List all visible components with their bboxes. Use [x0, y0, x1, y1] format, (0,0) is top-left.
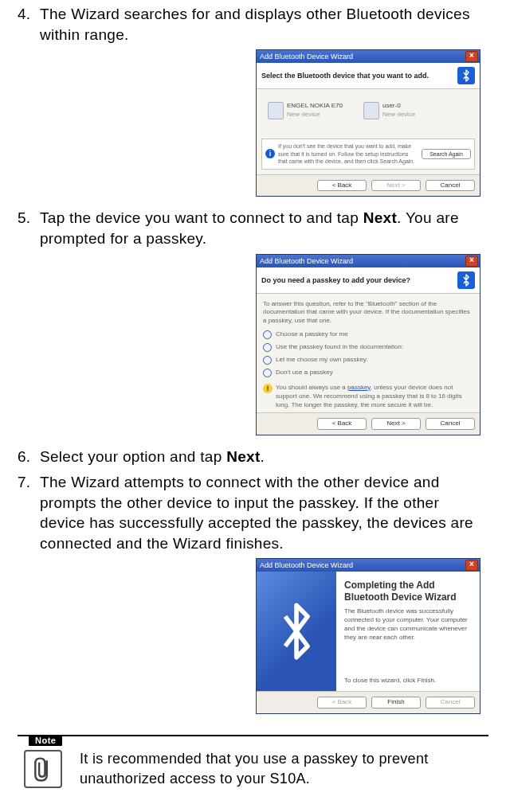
info-text: If you don't see the device that you wan… [278, 142, 418, 165]
warning-icon: ! [263, 384, 273, 393]
step-6: 6. Select your option and tap Next. [18, 447, 488, 467]
title: Add Bluetooth Device Wizard [260, 255, 353, 267]
info-panel: i If you don't see the device that you w… [261, 139, 475, 169]
next-button[interactable]: Next > [371, 418, 421, 430]
figure-1: Add Bluetooth Device Wizard × Select the… [18, 49, 481, 197]
bluetooth-icon [457, 271, 475, 289]
note-label: Note [29, 735, 62, 746]
radio-own-passkey[interactable]: Let me choose my own passkey: [263, 356, 473, 365]
paperclip-icon [24, 750, 62, 788]
next-button[interactable]: Next > [371, 180, 421, 192]
finish-button[interactable]: Finish [371, 697, 421, 709]
device-sub: New device [287, 111, 320, 118]
close-icon[interactable]: × [465, 51, 478, 62]
device-sub: New device [382, 111, 415, 118]
figure-3: Add Bluetooth Device Wizard × Completing… [18, 558, 481, 714]
titlebar: Add Bluetooth Device Wizard × [257, 559, 480, 572]
cancel-button[interactable]: Cancel [426, 180, 475, 192]
device-item[interactable]: user-0 New device [363, 102, 415, 119]
dialog-passkey: Add Bluetooth Device Wizard × Do you nee… [256, 254, 481, 436]
completion-msg: The Bluetooth device was successfully co… [344, 607, 472, 642]
device-name: ENGEL NOKIA E70 [287, 102, 343, 109]
close-icon[interactable]: × [465, 256, 478, 267]
step-text: The Wizard attempts to connect with the … [40, 472, 488, 554]
completion-heading: Completing the Add Bluetooth Device Wiza… [344, 580, 472, 603]
close-icon[interactable]: × [465, 560, 478, 571]
step-7: 7. The Wizard attempts to connect with t… [18, 472, 488, 554]
figure-2: Add Bluetooth Device Wizard × Do you nee… [18, 254, 481, 436]
dialog-select-device: Add Bluetooth Device Wizard × Select the… [256, 49, 481, 197]
passkey-link[interactable]: passkey [347, 384, 371, 391]
dialog-heading: Do you need a passkey to add your device… [261, 275, 410, 285]
back-button[interactable]: < Back [317, 180, 367, 192]
radio-doc-passkey[interactable]: Use the passkey found in the documentati… [263, 343, 473, 352]
step-num: 5. [18, 208, 40, 248]
button-bar: < Back Finish Cancel [257, 691, 480, 713]
titlebar: Add Bluetooth Device Wizard × [257, 50, 480, 63]
cancel-button[interactable]: Cancel [426, 418, 475, 430]
dialog-heading: Select the Bluetooth device that you wan… [261, 71, 429, 80]
radio-no-passkey[interactable]: Don't use a passkey [263, 369, 473, 377]
back-button[interactable]: < Back [317, 697, 367, 709]
step-num: 7. [18, 472, 40, 554]
radio-choose-for-me[interactable]: Choose a passkey for me [263, 330, 473, 339]
titlebar: Add Bluetooth Device Wizard × [257, 255, 480, 267]
note-text: It is recommended that you use a passkey… [80, 749, 482, 788]
intro-text: To answer this question, refer to the "B… [263, 300, 473, 326]
bluetooth-icon [457, 67, 475, 84]
computer-icon [363, 102, 379, 119]
info-icon: i [265, 149, 275, 158]
dialog-header: Select the Bluetooth device that you wan… [257, 63, 480, 89]
completion-body: Completing the Add Bluetooth Device Wiza… [257, 572, 480, 691]
cancel-button[interactable]: Cancel [426, 697, 475, 709]
completion-text: Completing the Add Bluetooth Device Wiza… [336, 572, 480, 691]
back-button[interactable]: < Back [317, 418, 367, 430]
step-4: 4. The Wizard searches for and displays … [18, 4, 488, 45]
search-again-button[interactable]: Search Again [422, 149, 471, 159]
warning-text: You should always use a passkey, unless … [276, 384, 473, 409]
finish-hint: To close this wizard, click Finish. [344, 677, 472, 685]
button-bar: < Back Next > Cancel [257, 174, 480, 197]
device-list: ENGEL NOKIA E70 New device user-0 New de… [257, 89, 480, 134]
step-text: Tap the device you want to connect to an… [40, 208, 488, 248]
title: Add Bluetooth Device Wizard [260, 50, 353, 63]
dialog-header: Do you need a passkey to add your device… [257, 267, 480, 294]
passkey-options: To answer this question, refer to the "B… [257, 294, 480, 413]
device-name: user-0 [382, 102, 401, 109]
phone-icon [268, 102, 284, 119]
button-bar: < Back Next > Cancel [257, 412, 480, 435]
step-num: 4. [18, 4, 40, 45]
device-item[interactable]: ENGEL NOKIA E70 New device [268, 102, 343, 119]
dialog-complete: Add Bluetooth Device Wizard × Completing… [256, 558, 481, 714]
step-text: The Wizard searches for and displays oth… [40, 4, 488, 45]
step-text: Select your option and tap Next. [40, 447, 488, 467]
title: Add Bluetooth Device Wizard [260, 559, 353, 572]
note-box: Note It is recommended that you use a pa… [18, 735, 488, 788]
banner [257, 572, 336, 691]
step-5: 5. Tap the device you want to connect to… [18, 208, 488, 248]
step-num: 6. [18, 447, 40, 467]
